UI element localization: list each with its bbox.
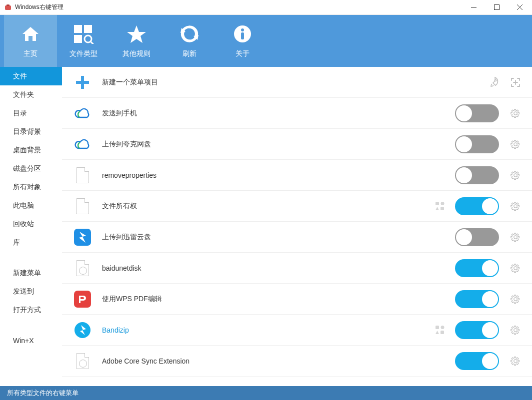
toolbar-refresh[interactable]: 刷新 [163, 15, 216, 67]
add-target-icon[interactable] [509, 76, 522, 89]
toolbar-about-label: 关于 [236, 49, 250, 58]
toolbar-home-label: 主页 [24, 49, 38, 58]
close-button[interactable] [508, 0, 531, 15]
toggle-knob [482, 291, 498, 307]
gear-icon[interactable] [509, 355, 522, 368]
toolbar-home[interactable]: 主页 [4, 15, 57, 67]
svg-point-26 [441, 326, 444, 329]
enable-toggle[interactable] [455, 104, 499, 122]
enable-toggle[interactable] [455, 259, 499, 277]
sidebar-item-diskpart[interactable]: 磁盘分区 [0, 159, 62, 178]
minimize-button[interactable] [462, 0, 485, 15]
sidebar-item-newmenu[interactable]: 新建菜单 [0, 264, 62, 282]
new-menu-item-row[interactable]: 新建一个菜单项目 [62, 67, 532, 98]
enable-toggle[interactable] [455, 352, 499, 370]
sidebar-item-label: 发送到 [13, 287, 34, 296]
list-item[interactable]: 使用WPS PDF编辑 [62, 284, 532, 315]
toggle-knob [482, 260, 498, 276]
sidebar-item-sendto[interactable]: 发送到 [0, 282, 62, 301]
shapes-icon[interactable] [434, 324, 446, 336]
sidebar-item-label: 打开方式 [13, 306, 41, 315]
sidebar-item-dirbg[interactable]: 目录背景 [0, 122, 62, 141]
sidebar-item-label: 所有对象 [13, 183, 41, 192]
sidebar-item-dir[interactable]: 目录 [0, 104, 62, 122]
rocket-icon[interactable] [488, 76, 501, 89]
sidebar-item-allobj[interactable]: 所有对象 [0, 178, 62, 196]
svg-rect-8 [74, 35, 82, 43]
enable-toggle[interactable] [455, 321, 499, 339]
gear-icon[interactable] [509, 169, 522, 182]
app-icon [4, 3, 12, 11]
maximize-button[interactable] [485, 0, 508, 15]
svg-point-20 [441, 202, 444, 205]
item-label: Bandizip [102, 326, 434, 334]
sidebar-item-folder[interactable]: 文件夹 [0, 85, 62, 104]
list-item[interactable]: Adobe Core Sync Extension [62, 346, 532, 377]
gear-icon[interactable] [509, 200, 522, 213]
sidebar-item-label: 桌面背景 [13, 146, 41, 155]
list-item[interactable]: 上传到夸克网盘 [62, 129, 532, 160]
sidebar-item-label: Win+X [13, 337, 34, 345]
info-icon [234, 23, 252, 44]
svg-rect-27 [440, 331, 444, 334]
toolbar: 主页 文件类型 其他规则 刷新 关于 [0, 15, 532, 67]
svg-rect-3 [494, 5, 499, 10]
list-item[interactable]: baidunetdisk [62, 253, 532, 284]
enable-toggle[interactable] [455, 228, 499, 246]
enable-toggle[interactable] [455, 290, 499, 308]
svg-rect-7 [84, 25, 92, 33]
window-title: Windows右键管理 [15, 3, 64, 11]
toolbar-other-label: 其他规则 [122, 49, 150, 58]
gear-icon[interactable] [509, 293, 522, 306]
toolbar-filetypes-label: 文件类型 [70, 49, 98, 58]
svg-rect-0 [5, 5, 11, 10]
gear-icon[interactable] [509, 324, 522, 337]
toggle-knob [456, 136, 472, 152]
star-icon [126, 23, 147, 44]
list-item[interactable]: Bandizip [62, 315, 532, 346]
toggle-knob [482, 198, 498, 214]
sidebar-item-thispc[interactable]: 此电脑 [0, 196, 62, 215]
gear-icon[interactable] [509, 138, 522, 151]
shapes-icon[interactable] [434, 200, 446, 212]
sidebar-item-file[interactable]: 文件 [0, 67, 62, 85]
sidebar-item-winx[interactable]: Win+X [0, 331, 62, 350]
svg-rect-13 [241, 32, 244, 39]
gear-icon[interactable] [509, 107, 522, 120]
status-bar: 所有类型文件的右键菜单 [0, 386, 532, 400]
content-list[interactable]: 新建一个菜单项目 发送到手机上传到夸克网盘removeproperties文件所… [62, 67, 532, 386]
gear-icon[interactable] [509, 231, 522, 244]
list-item[interactable]: 上传到迅雷云盘 [62, 222, 532, 253]
enable-toggle[interactable] [455, 135, 499, 153]
sidebar: 文件 文件夹 目录 目录背景 桌面背景 磁盘分区 所有对象 此电脑 回收站 库 … [0, 67, 62, 386]
sidebar-item-library[interactable]: 库 [0, 233, 62, 252]
sidebar-item-deskbg[interactable]: 桌面背景 [0, 141, 62, 159]
list-item[interactable]: removeproperties [62, 160, 532, 191]
refresh-icon [180, 23, 200, 44]
list-item[interactable]: 文件所有权 [62, 191, 532, 222]
svg-rect-21 [440, 207, 444, 210]
enable-toggle[interactable] [455, 197, 499, 215]
toolbar-other[interactable]: 其他规则 [110, 15, 163, 67]
gear-icon[interactable] [509, 262, 522, 275]
svg-point-16 [494, 79, 496, 81]
sidebar-divider [0, 252, 62, 264]
toolbar-filetypes[interactable]: 文件类型 [57, 15, 110, 67]
toggle-knob [456, 105, 472, 121]
toggle-knob [456, 229, 472, 245]
docgear-icon [74, 353, 91, 370]
svg-line-10 [90, 41, 94, 44]
item-label: 上传到迅雷云盘 [102, 233, 455, 242]
title-bar: Windows右键管理 [0, 0, 532, 15]
sidebar-item-recycle[interactable]: 回收站 [0, 215, 62, 233]
sidebar-item-label: 目录 [13, 109, 27, 118]
toggle-knob [456, 167, 472, 183]
status-text: 所有类型文件的右键菜单 [7, 389, 78, 398]
tiles-search-icon [73, 23, 94, 44]
enable-toggle[interactable] [455, 166, 499, 184]
item-label: 使用WPS PDF编辑 [102, 295, 455, 304]
toolbar-about[interactable]: 关于 [216, 15, 269, 67]
sidebar-item-openwith[interactable]: 打开方式 [0, 301, 62, 319]
svg-rect-19 [436, 202, 439, 205]
list-item[interactable]: 发送到手机 [62, 98, 532, 129]
